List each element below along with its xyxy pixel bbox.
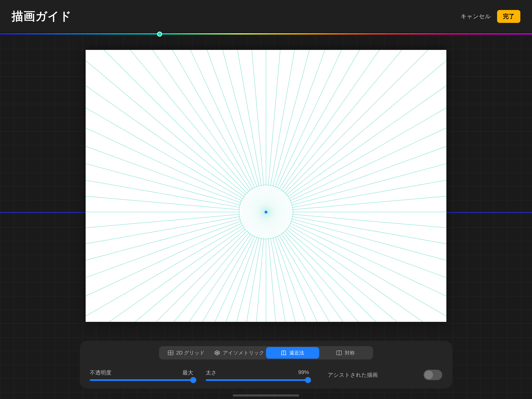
svg-line-12 — [266, 212, 446, 322]
header-actions: キャンセル 完了 — [461, 10, 520, 23]
svg-line-29 — [86, 212, 266, 322]
svg-line-39 — [86, 51, 266, 212]
home-indicator — [233, 394, 299, 397]
header: 描画ガイド キャンセル 完了 — [0, 0, 532, 33]
svg-line-21 — [105, 212, 266, 322]
controls-row: 不透明度 最大 太さ 99% アシストされた描画 — [90, 367, 442, 383]
svg-line-34 — [86, 212, 266, 320]
vanishing-point-handle[interactable] — [265, 211, 267, 213]
segment-grid-2d[interactable]: 2D グリッド — [160, 347, 213, 359]
segment-label: アイソメトリック — [223, 349, 264, 356]
thickness-slider-group: 太さ 99% — [206, 369, 309, 381]
svg-line-30 — [86, 212, 266, 322]
svg-line-32 — [86, 212, 266, 322]
svg-line-25 — [86, 212, 266, 322]
color-spectrum-slider[interactable] — [0, 33, 532, 35]
cancel-button[interactable]: キャンセル — [461, 13, 491, 20]
symmetry-icon — [336, 351, 342, 355]
svg-line-23 — [86, 212, 266, 322]
svg-line-8 — [266, 212, 446, 322]
svg-line-6 — [266, 212, 446, 322]
svg-line-22 — [86, 212, 266, 322]
page-title: 描画ガイド — [12, 8, 71, 24]
guide-type-segmented: 2D グリッド アイソメトリック 遠近法 対称 — [159, 346, 373, 360]
svg-line-5 — [266, 212, 446, 322]
segment-label: 対称 — [345, 349, 355, 356]
opacity-slider-group: 不透明度 最大 — [90, 369, 193, 381]
svg-line-52 — [158, 50, 266, 212]
assist-toggle-label: アシストされた描画 — [328, 371, 378, 379]
svg-line-28 — [86, 212, 266, 322]
thickness-slider-thumb[interactable] — [305, 377, 311, 383]
color-spectrum-handle[interactable] — [157, 32, 162, 37]
opacity-label: 不透明度 — [90, 369, 111, 376]
svg-line-69 — [266, 51, 446, 212]
svg-line-11 — [266, 212, 446, 322]
svg-line-2 — [266, 212, 446, 320]
perspective-icon — [281, 350, 286, 355]
perspective-guide — [86, 50, 446, 322]
assist-toggle[interactable] — [424, 370, 442, 380]
segment-label: 2D グリッド — [176, 349, 205, 356]
isometric-icon — [215, 350, 220, 355]
svg-line-56 — [266, 50, 374, 212]
opacity-slider-thumb[interactable] — [190, 377, 196, 383]
thickness-label: 太さ — [206, 369, 217, 376]
done-button[interactable]: 完了 — [497, 10, 520, 23]
svg-line-83 — [285, 351, 286, 355]
segment-isometric[interactable]: アイソメトリック — [213, 347, 266, 359]
svg-line-27 — [86, 212, 266, 322]
segment-symmetry[interactable]: 対称 — [319, 347, 372, 359]
opacity-value: 最大 — [183, 369, 193, 376]
svg-line-10 — [266, 212, 446, 322]
svg-line-9 — [266, 212, 446, 322]
segment-perspective[interactable]: 遠近法 — [266, 347, 319, 359]
opacity-slider[interactable] — [90, 379, 193, 381]
settings-panel: 2D グリッド アイソメトリック 遠近法 対称 不透明度 最大 — [80, 341, 452, 389]
svg-line-82 — [281, 351, 282, 355]
grid-icon — [168, 351, 173, 355]
svg-line-26 — [86, 212, 266, 322]
thickness-value: 99% — [298, 369, 309, 376]
svg-line-13 — [266, 212, 446, 322]
svg-line-4 — [266, 212, 446, 322]
svg-line-14 — [266, 212, 446, 322]
svg-line-33 — [86, 212, 266, 322]
svg-line-38 — [86, 104, 266, 212]
svg-line-31 — [86, 212, 266, 322]
thickness-slider[interactable] — [206, 379, 309, 381]
svg-line-7 — [266, 212, 446, 322]
svg-line-15 — [266, 212, 427, 322]
assist-toggle-group: アシストされた描画 — [328, 370, 442, 380]
assist-toggle-knob — [424, 371, 433, 379]
canvas[interactable] — [86, 50, 446, 322]
svg-line-24 — [86, 212, 266, 322]
svg-line-70 — [266, 104, 446, 212]
segment-label: 遠近法 — [289, 349, 304, 356]
svg-line-3 — [266, 212, 446, 322]
